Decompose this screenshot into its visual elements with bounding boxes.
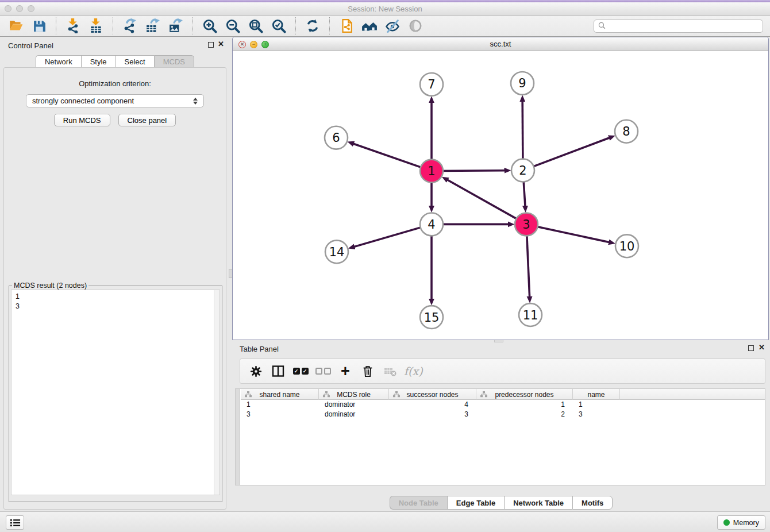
export-network-button[interactable] — [121, 17, 138, 34]
table-tab-node-table[interactable]: Node Table — [390, 496, 447, 510]
network-graph: 7968124314101511 — [233, 51, 768, 340]
open-session-button[interactable] — [7, 17, 25, 34]
import-network-button[interactable] — [64, 17, 82, 34]
graph-edge-2-8[interactable] — [523, 138, 609, 171]
delete-column-button[interactable] — [359, 363, 376, 380]
criterion-select[interactable]: strongly connected component — [26, 94, 204, 107]
table-cell[interactable]: 1 — [573, 400, 620, 410]
run-mcds-button[interactable]: Run MCDS — [54, 114, 110, 126]
clone-network-button[interactable] — [338, 17, 355, 34]
table-cell[interactable]: 1 — [241, 400, 319, 410]
table-cell[interactable]: dominator — [319, 400, 389, 410]
column-header-label: shared name — [259, 391, 299, 399]
table-tab-motifs[interactable]: Motifs — [572, 496, 613, 510]
trash-icon — [361, 365, 374, 377]
table-cell[interactable]: 2 — [476, 410, 573, 419]
control-tab-style[interactable]: Style — [81, 55, 116, 68]
table-header-row: shared nameMCDS rolesuccessor nodesprede… — [241, 389, 765, 400]
graph-node-label: 6 — [332, 131, 340, 145]
node-table: shared nameMCDS rolesuccessor nodesprede… — [235, 388, 765, 485]
org-chart-icon — [245, 391, 252, 398]
graph-edge-1-6[interactable] — [353, 144, 432, 171]
table-panel-float-icon[interactable] — [748, 345, 754, 351]
window-title: Session: New Session — [0, 5, 770, 13]
select-spinner-icon — [193, 98, 198, 105]
graph-edge-3-1[interactable] — [448, 180, 526, 224]
table-row-gutter — [236, 389, 240, 485]
column-header-shared-name[interactable]: shared name — [241, 389, 319, 400]
table-row[interactable]: 3dominator323 — [241, 410, 765, 419]
show-all-button[interactable] — [407, 17, 424, 34]
network-window-titlebar[interactable]: ✕ − + scc.txt — [233, 37, 768, 51]
mcds-result-list[interactable]: 13 — [11, 290, 220, 495]
column-header-predecessor-nodes[interactable]: predecessor nodes — [476, 389, 573, 400]
status-bar: Memory — [0, 511, 770, 532]
toolbar-separator — [329, 17, 330, 34]
task-history-button[interactable] — [6, 515, 24, 530]
table-cell[interactable]: 3 — [241, 410, 319, 419]
control-panel-float-icon[interactable] — [208, 42, 214, 48]
memory-status-icon — [723, 519, 730, 526]
table-row[interactable]: 1dominator411 — [241, 400, 765, 410]
control-tab-select[interactable]: Select — [116, 55, 154, 68]
delete-table-icon — [383, 364, 397, 378]
table-tab-network-table[interactable]: Network Table — [504, 496, 572, 510]
zoom-selected-button[interactable] — [270, 17, 287, 34]
gear-button[interactable] — [247, 363, 264, 380]
column-header-MCDS-role[interactable]: MCDS role — [319, 389, 389, 400]
export-table-icon — [145, 18, 160, 33]
export-image-button[interactable] — [167, 17, 184, 34]
add-column-button[interactable]: + — [337, 363, 354, 380]
table-cell[interactable]: 4 — [389, 400, 476, 410]
graph-edge-3-10[interactable] — [526, 224, 609, 242]
zoom-in-button[interactable] — [201, 17, 218, 34]
checked-box-icon: ✓ — [293, 368, 300, 375]
control-tab-network[interactable]: Network — [36, 55, 81, 68]
select-all-button[interactable]: ✓ ✓ — [292, 363, 309, 380]
network-canvas[interactable]: 7968124314101511 — [233, 51, 768, 340]
table-cell[interactable]: dominator — [319, 410, 389, 419]
search-input[interactable] — [607, 22, 759, 30]
graph-node-label: 8 — [622, 125, 630, 138]
refresh-button[interactable] — [304, 17, 321, 34]
deselect-all-button[interactable] — [314, 363, 332, 380]
memory-button[interactable]: Memory — [717, 515, 765, 530]
hide-selected-button[interactable] — [384, 17, 401, 34]
zoom-fit-button[interactable] — [247, 17, 264, 34]
column-header-successor-nodes[interactable]: successor nodes — [389, 389, 476, 400]
network-window-title: scc.txt — [233, 40, 768, 48]
import-table-button[interactable] — [87, 17, 105, 34]
result-scrollbar[interactable] — [214, 290, 220, 495]
column-header-label: successor nodes — [406, 391, 458, 399]
column-header-label: predecessor nodes — [495, 391, 553, 399]
save-session-button[interactable] — [30, 17, 48, 34]
unchecked-box-icon — [315, 368, 322, 375]
table-tab-edge-table[interactable]: Edge Table — [447, 496, 504, 510]
delete-table-button[interactable] — [382, 363, 399, 380]
control-tab-mcds[interactable]: MCDS — [154, 55, 194, 68]
org-chart-icon — [323, 391, 330, 398]
split-panel-button[interactable] — [270, 363, 287, 380]
table-cell[interactable]: 1 — [476, 400, 573, 410]
graph-node-label: 15 — [424, 311, 440, 325]
close-panel-button[interactable]: Close panel — [118, 114, 176, 126]
toolbar-separator — [192, 17, 193, 34]
table-cell[interactable]: 3 — [389, 410, 476, 419]
table-toolbar: ✓ ✓ + f(x — [240, 358, 765, 384]
control-panel-close-icon[interactable]: ✕ — [218, 40, 224, 48]
unchecked-box-icon — [324, 368, 331, 375]
table-panel-tabs: Node TableEdge TableNetwork TableMotifs — [232, 496, 770, 510]
graph-node-label: 11 — [523, 309, 538, 322]
toolbar-separator — [295, 17, 296, 34]
function-builder-button[interactable]: f(x) — [404, 363, 423, 380]
column-header-label: name — [587, 391, 605, 399]
export-table-button[interactable] — [144, 17, 161, 34]
toolbar-separator — [56, 17, 56, 34]
table-cell[interactable]: 3 — [573, 410, 620, 419]
first-neighbors-button[interactable] — [361, 17, 378, 34]
column-header-name[interactable]: name — [573, 389, 620, 400]
save-session-icon — [32, 19, 47, 33]
zoom-out-button[interactable] — [224, 17, 241, 34]
table-panel-close-icon[interactable]: ✕ — [759, 343, 765, 352]
graph-node-label: 14 — [329, 245, 345, 259]
